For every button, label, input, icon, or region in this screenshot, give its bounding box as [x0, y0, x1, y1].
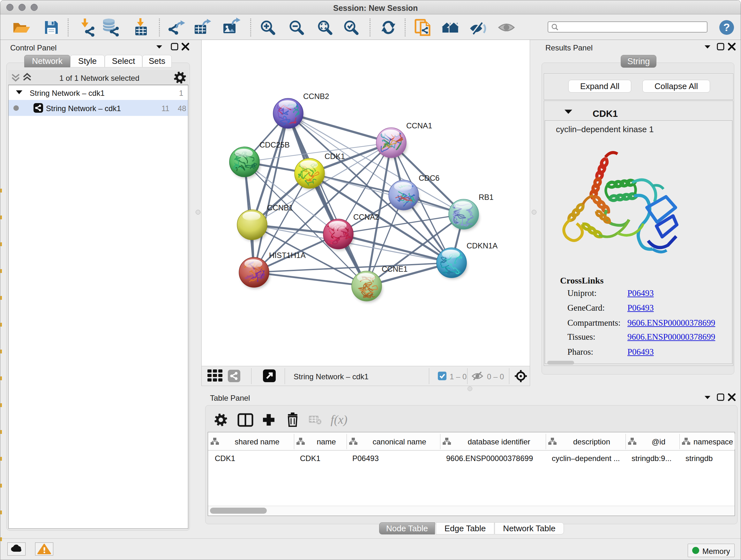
svg-text:CDC25B: CDC25B	[259, 140, 290, 149]
svg-text:CDKN1A: CDKN1A	[467, 241, 497, 250]
svg-text:CCNB2: CCNB2	[303, 92, 329, 101]
svg-text:?: ?	[724, 21, 730, 33]
svg-text:CCNB1: CCNB1	[267, 203, 293, 212]
svg-text:HIST1H1A: HIST1H1A	[269, 251, 306, 260]
svg-text:CDC6: CDC6	[419, 174, 440, 182]
svg-text:CCNE1: CCNE1	[382, 265, 408, 273]
svg-text:CCNA1: CCNA1	[406, 121, 432, 130]
svg-text:f(x): f(x)	[331, 413, 347, 427]
svg-text:CCNA2: CCNA2	[353, 212, 379, 221]
svg-text:RB1: RB1	[479, 193, 494, 201]
svg-text:CDK1: CDK1	[325, 152, 345, 161]
